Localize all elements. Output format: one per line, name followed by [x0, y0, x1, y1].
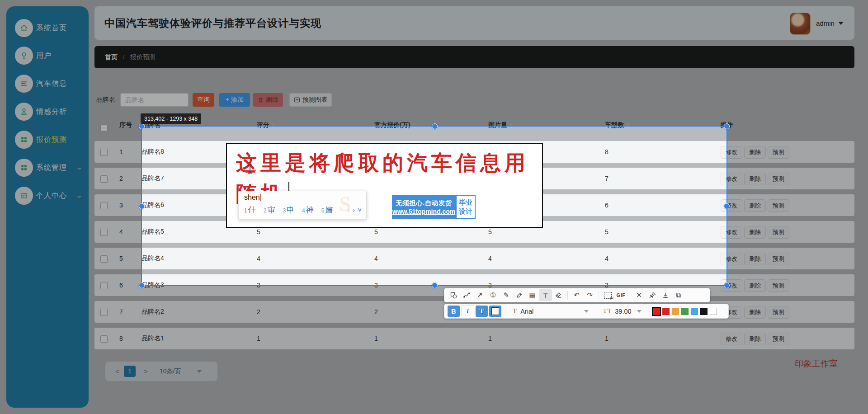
ime-candidate[interactable]: 5嬸 — [321, 205, 333, 215]
edit-button[interactable]: 修改 — [721, 173, 742, 185]
delete-row-button[interactable]: 删除 — [744, 253, 766, 265]
predict-button[interactable]: 预测 — [768, 199, 789, 212]
delete-row-button[interactable]: 删除 — [744, 279, 766, 292]
row-checkbox[interactable] — [100, 255, 108, 263]
row-checkbox[interactable] — [100, 282, 108, 289]
pencil-tool-icon[interactable]: ✎ — [500, 289, 513, 301]
selection-handle[interactable] — [724, 123, 730, 129]
ime-candidate[interactable]: 3申 — [283, 205, 294, 215]
step-number-tool-icon[interactable]: ① — [486, 289, 500, 301]
page-prev-button[interactable]: < — [115, 362, 119, 381]
gif-tool[interactable]: GIF — [614, 289, 627, 301]
user-menu[interactable]: admin — [816, 6, 844, 40]
predict-button[interactable]: 预测 — [768, 333, 789, 345]
edit-button[interactable]: 修改 — [721, 146, 742, 159]
edit-button[interactable]: 修改 — [721, 333, 742, 345]
predict-chart-button[interactable]: 预测图表 — [289, 93, 332, 107]
sidebar-item-6[interactable]: 系统管理⌄ — [6, 157, 89, 179]
sidebar-item-1[interactable]: 系统首页 — [6, 17, 89, 39]
curve-tool-icon[interactable] — [460, 289, 473, 301]
search-button[interactable]: 查询 — [193, 93, 214, 107]
eraser-tool-icon[interactable] — [552, 289, 565, 301]
sort-icon[interactable] — [412, 122, 416, 128]
selection-handle[interactable] — [139, 282, 145, 288]
predict-button[interactable]: 预测 — [768, 226, 789, 239]
ime-candidate[interactable]: 4神 — [302, 205, 314, 215]
font-family-select[interactable]: T Arial — [509, 306, 592, 317]
select-all-checkbox[interactable] — [100, 124, 108, 132]
selection-handle[interactable] — [139, 203, 145, 209]
edit-button[interactable]: 修改 — [721, 226, 742, 239]
arrow-tool-icon[interactable]: ↗ — [473, 289, 486, 301]
delete-row-button[interactable]: 删除 — [744, 173, 766, 185]
trim-capture-icon[interactable]: ✂ — [601, 289, 614, 301]
delete-row-button[interactable]: 删除 — [744, 146, 766, 159]
close-icon[interactable]: ✕ — [632, 289, 646, 301]
row-checkbox[interactable] — [100, 202, 108, 209]
page-next-button[interactable]: > — [144, 362, 148, 381]
predict-button[interactable]: 预测 — [768, 279, 789, 292]
predict-button[interactable]: 预测 — [768, 306, 789, 319]
column-header[interactable]: 评分 — [257, 121, 275, 129]
row-checkbox[interactable] — [100, 229, 108, 236]
ime-prev-icon[interactable]: ‹ — [347, 207, 349, 214]
delete-row-button[interactable]: 删除 — [744, 226, 766, 239]
ime-candidate[interactable]: 2审 — [264, 205, 275, 215]
selection-handle[interactable] — [139, 123, 145, 129]
color-swatch[interactable] — [700, 308, 708, 315]
predict-button[interactable]: 预测 — [768, 173, 789, 185]
pin-icon[interactable] — [646, 289, 659, 301]
text-background-button[interactable] — [489, 306, 501, 317]
color-swatch[interactable] — [681, 308, 689, 315]
sort-icon[interactable] — [509, 122, 513, 128]
brand-search-input[interactable] — [120, 93, 189, 107]
ime-expand-icon[interactable]: ˅ — [358, 207, 362, 214]
row-checkbox[interactable] — [100, 309, 108, 316]
color-swatch[interactable] — [710, 308, 717, 315]
text-style-button[interactable]: T — [476, 306, 488, 317]
color-swatch[interactable] — [672, 308, 679, 315]
avatar[interactable] — [790, 13, 811, 35]
text-tool-icon[interactable]: T — [539, 289, 552, 301]
delete-row-button[interactable]: 删除 — [744, 306, 766, 319]
predict-button[interactable]: 预测 — [768, 146, 789, 159]
row-checkbox[interactable] — [100, 149, 108, 156]
column-header[interactable]: 车型数 — [605, 121, 630, 129]
delete-row-button[interactable]: 删除 — [744, 199, 766, 212]
selection-handle[interactable] — [432, 123, 438, 129]
add-button[interactable]: + 添加 — [219, 93, 250, 107]
font-size-select[interactable]: T T 39.00 — [600, 306, 645, 317]
color-swatch[interactable] — [662, 308, 670, 315]
download-icon[interactable] — [659, 289, 672, 301]
italic-button[interactable]: I — [461, 305, 474, 317]
row-checkbox[interactable] — [100, 335, 108, 343]
ime-next-icon[interactable]: › — [353, 207, 355, 214]
color-swatch[interactable] — [653, 308, 660, 315]
column-header[interactable]: 图片量 — [488, 121, 513, 129]
selection-handle[interactable] — [724, 203, 730, 209]
marker-tool-icon[interactable] — [513, 289, 526, 301]
sidebar-item-3[interactable]: 汽车信息 — [6, 73, 89, 94]
redo-icon[interactable]: ↷ — [583, 289, 596, 301]
sidebar-item-4[interactable]: 情感分析 — [6, 101, 89, 122]
column-header[interactable]: 官方报价(万) — [374, 121, 416, 129]
watermark-ad[interactable]: 无须担心.自动发货 www.51topmind.com 毕业 设计 — [392, 195, 476, 219]
selection-handle[interactable] — [724, 282, 730, 288]
bold-button[interactable]: B — [448, 306, 460, 317]
delete-row-button[interactable]: 删除 — [744, 333, 766, 345]
copy-icon[interactable]: ⧉ — [672, 289, 685, 301]
mosaic-tool-icon[interactable]: ▦ — [526, 289, 539, 301]
sort-icon[interactable] — [272, 122, 275, 128]
delete-button[interactable]: 删除 — [253, 93, 283, 107]
predict-button[interactable]: 预测 — [768, 253, 789, 265]
breadcrumb-home[interactable]: 首页 — [105, 53, 118, 61]
undo-icon[interactable]: ↶ — [570, 289, 583, 301]
sort-icon[interactable] — [626, 122, 630, 128]
sidebar-item-2[interactable]: 用户 — [6, 45, 89, 66]
ime-candidate[interactable]: 1什 — [244, 205, 256, 215]
shape-tool-icon[interactable] — [447, 289, 460, 301]
sidebar-item-5[interactable]: 报价预测 — [6, 129, 89, 151]
edit-button[interactable]: 修改 — [721, 253, 742, 265]
row-checkbox[interactable] — [100, 175, 108, 183]
sidebar-item-7[interactable]: 个人中心⌄ — [6, 185, 89, 207]
